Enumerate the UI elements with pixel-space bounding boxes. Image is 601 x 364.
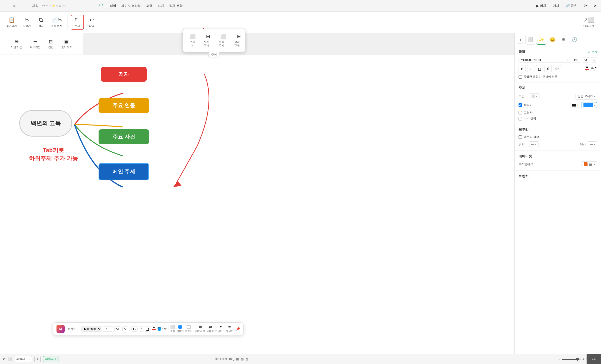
slide-mode-btn[interactable]: ▣ 슬라이드	[58, 37, 75, 51]
font-size-select[interactable]: 14 ▾	[572, 57, 580, 63]
menu-item-file[interactable]: 파일	[30, 3, 41, 9]
dropdown-float-topic-btn[interactable]: ⬜ 부동 주제	[216, 31, 230, 49]
zoom-slider[interactable]	[562, 359, 581, 360]
zoom-out-btn[interactable]: −	[559, 357, 560, 361]
float-italic-btn[interactable]: I	[139, 326, 143, 332]
topic-blue-node[interactable]: 메인 주제	[99, 163, 149, 180]
font-name-select[interactable]: Microsoft YaHei ▾	[519, 57, 570, 63]
kanban-mode-btn[interactable]: ⊟ 칸반	[45, 37, 57, 51]
float-fill-btn[interactable]: 채우기	[176, 325, 184, 333]
status-icon-2[interactable]: ⬜	[8, 357, 12, 361]
border-color-checkbox[interactable]	[519, 135, 522, 139]
tab-include[interactable]: 일체 포함	[167, 3, 185, 9]
font-larger-btn[interactable]: A+	[582, 57, 589, 62]
dash-select[interactable]: — ▾	[588, 141, 597, 147]
active-page-tab[interactable]: 페이지-1	[43, 356, 59, 362]
float-font-size[interactable]	[103, 326, 113, 332]
float-layout-btn[interactable]: ⊕ 레이아웃	[195, 324, 205, 333]
nav-forward-btn[interactable]: →	[19, 2, 27, 10]
panel-tab-gear[interactable]: ⚙	[559, 35, 569, 45]
float-more-btn[interactable]: ••• 더 보기	[225, 325, 233, 333]
status-bar: ↺ ⬜ 페이지-1 ▾ + 페이지-1 [메인 주제 108] ⊞ ⊟ ⊠ − …	[0, 354, 601, 364]
paste-btn[interactable]: 📋 붙여넣기	[4, 15, 19, 29]
float-font-select[interactable]: Microsoft	[81, 326, 101, 332]
canvas[interactable]: 백년의 고독 저자 주요 인물 주요 사건 메인 주제 Tab키로 하위주제 추…	[0, 55, 514, 354]
corner-btn[interactable]: 다▸	[587, 354, 601, 364]
dropdown-multi-topic-btn[interactable]: ⊞ 여러 주제	[231, 31, 246, 49]
bold-btn[interactable]: B	[519, 65, 526, 72]
topic-green-node[interactable]: 주요 사건	[99, 129, 149, 144]
float-eraser[interactable]: ✏	[164, 327, 167, 331]
topic-orange-node[interactable]: 주요 인물	[99, 98, 149, 113]
fill-color-select[interactable]: ▾	[581, 102, 597, 108]
corner-select[interactable]: 둥근 모서리 ▾	[576, 93, 597, 100]
float-font-color[interactable]: A ▾	[152, 325, 156, 332]
panel-tab-magic[interactable]: ✨	[536, 35, 546, 45]
font-color-btn[interactable]: A ▾	[585, 65, 589, 72]
copy-btn[interactable]: ⧉ 복사	[34, 15, 48, 29]
mindmap-mode-btn[interactable]: ✳ 마인드 맵	[8, 37, 25, 51]
float-pin-btn[interactable]: 📌	[236, 327, 240, 331]
align-btn[interactable]: ☰ ▾	[553, 65, 561, 72]
float-bold-btn[interactable]: B	[131, 326, 138, 332]
status-layout-icon[interactable]: ⊟	[241, 357, 244, 361]
fill-checkbox[interactable]	[519, 103, 522, 107]
float-connector-btn[interactable]: —✦ 커넥터	[215, 324, 222, 333]
center-node[interactable]: 백년의 고독	[19, 110, 72, 137]
panel-expand-btn[interactable]: ›	[517, 36, 524, 43]
export-btn[interactable]: ↗⬜ 내보내기	[580, 15, 597, 29]
underline-btn[interactable]: U	[536, 65, 543, 72]
float-font-larger[interactable]: A+	[114, 326, 121, 331]
tab-page-style[interactable]: 페이지 스타일	[119, 3, 143, 9]
tab-start[interactable]: 시작	[96, 2, 107, 9]
panel-tab-emoji[interactable]: 😊	[547, 35, 558, 45]
float-underline-btn[interactable]: U	[145, 326, 150, 332]
tab-advanced[interactable]: 고급	[144, 3, 155, 9]
dropdown-sub-topic-btn[interactable]: ⊟ 서브 주제	[201, 31, 215, 49]
format-copy-btn[interactable]: 📄✂ 서식 복사	[49, 15, 65, 29]
italic-btn[interactable]: I	[527, 65, 534, 72]
float-sep-4	[169, 325, 169, 333]
publish-btn[interactable]: 게시	[551, 3, 561, 9]
float-fill-color[interactable]: 🪣 ▾	[157, 327, 163, 331]
framework-select[interactable]: ▾	[581, 161, 597, 167]
hamburger-btn[interactable]: ≡	[10, 2, 18, 10]
outline-mode-btn[interactable]: ☰ 아웃라인	[27, 37, 44, 51]
page-tab[interactable]: 페이지-1 ▾	[14, 356, 32, 362]
fill-bg-select[interactable]: ▾	[570, 103, 580, 108]
topic-btn[interactable]: ⬚ 주제 ▾	[71, 15, 84, 30]
text-style-btn[interactable]: ab► ▾	[591, 66, 597, 72]
zoom-in-btn[interactable]: +	[582, 357, 584, 361]
shadow-checkbox[interactable]	[519, 111, 522, 114]
float-shape-btn[interactable]: ⬜ 모양	[170, 324, 175, 333]
tab-view[interactable]: 보기	[155, 3, 166, 9]
tab-insert[interactable]: 삽입	[108, 3, 119, 9]
dropdown-topic-btn[interactable]: ⬜ 주제 ▾	[185, 31, 200, 49]
nav-back-btn[interactable]: ←	[2, 2, 10, 10]
fill-label: 채우기	[524, 103, 532, 107]
share-btn[interactable]: 🔗 공유	[563, 3, 579, 9]
float-border-btn[interactable]: 테두리	[185, 325, 192, 333]
topic-red-node[interactable]: 저자	[101, 67, 147, 82]
strikethrough-btn[interactable]: S	[544, 65, 552, 72]
status-icon-1[interactable]: ↺	[3, 357, 6, 361]
panel-tab-clock[interactable]: 🕐	[570, 35, 580, 45]
shape-select[interactable]: ⬜ ▾	[529, 93, 540, 99]
thickness-select[interactable]: — ▾	[529, 141, 539, 147]
font-more-btn[interactable]: 더 보기	[588, 50, 597, 54]
status-fullscreen-icon[interactable]: ⊠	[246, 357, 249, 361]
add-page-btn[interactable]: +	[34, 356, 41, 362]
topic-dropdown: ⬜ 주제 ▾ ⊟ 서브 주제 ⬜ 부동 주제 ⊞ 여러 주제 주제	[183, 29, 245, 52]
same-type-checkbox[interactable]	[519, 75, 522, 79]
float-branch-btn[interactable]: ⇄ 브랜치	[207, 324, 214, 333]
width-checkbox[interactable]	[519, 117, 522, 121]
close-btn[interactable]: ✕	[591, 3, 599, 9]
cut-btn[interactable]: ✂ 자르기	[20, 15, 33, 29]
status-sync-icon[interactable]: ⊞	[236, 357, 239, 361]
float-font-smaller[interactable]: A-	[122, 326, 128, 331]
help-btn[interactable]: ?▾	[581, 3, 590, 8]
insert-btn[interactable]: ↩ 삽입	[85, 15, 98, 29]
panel-tab-shape[interactable]: ⬜	[525, 35, 535, 45]
pitch-btn[interactable]: ▶ 피치	[534, 3, 549, 9]
font-smaller-btn[interactable]: A-	[591, 57, 597, 62]
